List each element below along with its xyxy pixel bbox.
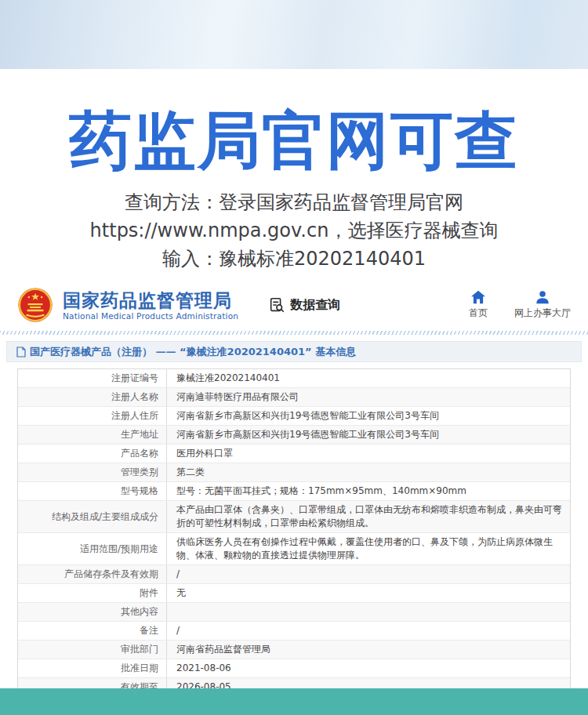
row-label: 注册人名称	[18, 388, 167, 406]
document-magnifier-icon	[268, 296, 285, 314]
row-label: 型号规格	[18, 482, 167, 500]
hatched-divider	[0, 331, 588, 335]
nav-service-hall-label: 网上办事大厅	[514, 307, 571, 320]
header-nav: 首页 网上办事大厅	[469, 290, 571, 320]
row-value: 医用外科口罩	[167, 445, 570, 463]
row-label: 附件	[18, 584, 167, 602]
query-method-line: 查询方法：登录国家药品监督管理局官网	[0, 188, 588, 216]
nmpa-site-header: 国家药品监督管理局 National Medical Products Admi…	[0, 282, 588, 328]
nav-home-label: 首页	[469, 307, 488, 320]
table-row: 审批部门 河南省药品监督管理局	[18, 641, 570, 659]
hero-instructions: 查询方法：登录国家药品监督管理局官网 https://www.nmpa.gov.…	[0, 188, 588, 273]
row-value: 本产品由口罩体（含鼻夹）、口罩带组成，口罩体由无纺布和熔喷非织造布制成，鼻夹由可…	[167, 501, 570, 532]
result-section-bar: 国产医疗器械产品（注册） —— “豫械注准20202140401” 基本信息	[6, 341, 582, 362]
brand-text: 国家药品监督管理局 National Medical Products Admi…	[63, 290, 238, 321]
row-value	[167, 603, 570, 621]
table-row: 产品名称 医用外科口罩	[18, 445, 570, 463]
nav-item-home[interactable]: 首页	[469, 290, 488, 320]
row-label: 批准日期	[18, 659, 167, 677]
result-section-title: 国产医疗器械产品（注册） —— “豫械注准20202140401” 基本信息	[30, 345, 356, 359]
table-row: 结构及组成/主要组成成分 本产品由口罩体（含鼻夹）、口罩带组成，口罩体由无纺布和…	[18, 501, 570, 533]
row-value: 河南省新乡市高新区和兴街19号德恩智能工业有限公司3号车间	[167, 407, 570, 425]
data-query-label: 数据查询	[290, 297, 340, 314]
query-url-line: https://www.nmpa.gov.cn，选择医疗器械查询	[0, 216, 588, 245]
row-value: 豫械注准20202140401	[167, 369, 570, 387]
row-label: 注册人住所	[18, 407, 167, 425]
hero-title: 药监局官网可查	[0, 103, 588, 179]
row-label: 产品名称	[18, 445, 167, 463]
table-row: 备注 /	[18, 622, 570, 641]
nav-item-service-hall[interactable]: 网上办事大厅	[514, 290, 571, 320]
query-input-line: 输入：豫械标准20202140401	[0, 245, 588, 273]
user-icon	[535, 290, 550, 304]
table-row: 型号规格 型号：无菌平面耳挂式；规格：175mm×95mm、140mm×90mm	[18, 482, 570, 501]
national-emblem-icon	[17, 287, 53, 323]
row-label: 结构及组成/主要组成成分	[18, 501, 167, 532]
row-value: /	[167, 565, 570, 583]
table-row: 附件 无	[18, 584, 570, 603]
home-icon	[470, 290, 486, 304]
row-label: 备注	[18, 622, 167, 640]
table-row: 注册人名称 河南迪菲特医疗用品有限公司	[18, 388, 570, 407]
info-table: 注册证编号 豫械注准20202140401 注册人名称 河南迪菲特医疗用品有限公…	[17, 368, 571, 715]
row-value: 河南迪菲特医疗用品有限公司	[167, 388, 570, 406]
table-row: 适用范围/预期用途 供临床医务人员在有创操作过程中佩戴，覆盖住使用者的口、鼻及下…	[18, 533, 570, 565]
row-value: 无	[167, 584, 570, 602]
table-row: 注册人住所 河南省新乡市高新区和兴街19号德恩智能工业有限公司3号车间	[18, 407, 570, 426]
row-value: 供临床医务人员在有创操作过程中佩戴，覆盖住使用者的口、鼻及下颌，为防止病原体微生…	[167, 533, 570, 564]
table-row: 批准日期 2021-08-06	[18, 659, 570, 678]
nmpa-brand[interactable]: 国家药品监督管理局 National Medical Products Admi…	[17, 287, 238, 323]
row-value: 第二类	[167, 463, 570, 481]
page: 药监局官网可查 查询方法：登录国家药品监督管理局官网 https://www.n…	[0, 0, 588, 715]
row-label: 注册证编号	[18, 369, 167, 387]
row-value: 河南省药品监督管理局	[167, 641, 570, 659]
hero-section: 药监局官网可查 查询方法：登录国家药品监督管理局官网 https://www.n…	[0, 103, 588, 273]
document-icon	[16, 347, 26, 358]
row-value: 河南省新乡市高新区和兴街19号德恩智能工业有限公司3号车间	[167, 426, 570, 444]
row-label: 适用范围/预期用途	[18, 533, 167, 564]
table-row: 其他内容	[18, 603, 570, 622]
table-row: 产品储存条件及有效期 /	[18, 565, 570, 584]
footer-bar	[0, 688, 588, 715]
org-name-en: National Medical Products Administration	[63, 311, 238, 321]
row-value: 型号：无菌平面耳挂式；规格：175mm×95mm、140mm×90mm	[167, 482, 570, 500]
table-row: 管理类别 第二类	[18, 463, 570, 482]
table-row: 生产地址 河南省新乡市高新区和兴街19号德恩智能工业有限公司3号车间	[18, 426, 570, 445]
row-label: 生产地址	[18, 426, 167, 444]
hero-banner	[0, 0, 588, 69]
row-label: 其他内容	[18, 603, 167, 621]
row-value: /	[167, 622, 570, 640]
table-row: 注册证编号 豫械注准20202140401	[18, 369, 570, 388]
row-label: 产品储存条件及有效期	[18, 565, 167, 583]
org-name-cn: 国家药品监督管理局	[63, 290, 238, 310]
row-label: 管理类别	[18, 463, 167, 481]
data-query-tab[interactable]: 数据查询	[268, 296, 340, 314]
row-label: 审批部门	[18, 641, 167, 659]
row-value: 2021-08-06	[167, 659, 570, 677]
